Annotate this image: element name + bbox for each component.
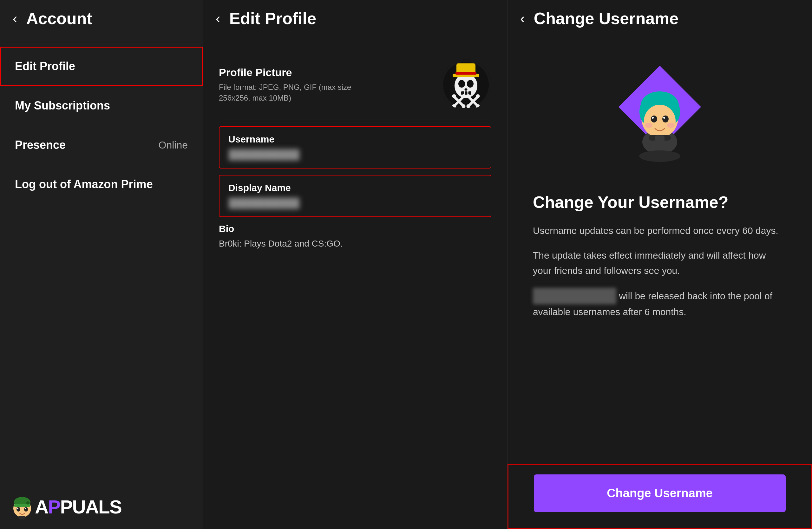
bio-label: Bio <box>219 224 491 234</box>
svg-point-44 <box>26 501 29 504</box>
change-username-heading: Change Your Username? <box>533 192 787 212</box>
svg-point-16 <box>462 94 466 98</box>
svg-point-20 <box>467 94 470 98</box>
account-nav: Edit Profile My Subscriptions Presence O… <box>0 37 203 214</box>
svg-point-14 <box>452 94 456 98</box>
profile-picture-description: File format: JPEG, PNG, GIF (max size 25… <box>219 82 384 103</box>
mascot-area <box>533 56 787 177</box>
change-username-header: ‹ Change Username <box>508 0 812 37</box>
change-desc-3: ████████████ will be released back into … <box>533 288 787 319</box>
profile-picture-info: Profile Picture File format: JPEG, PNG, … <box>219 66 384 103</box>
avatar[interactable] <box>440 59 491 110</box>
change-username-button[interactable]: Change Username <box>534 474 786 512</box>
change-username-button-container: Change Username <box>508 464 812 529</box>
svg-point-17 <box>452 104 456 108</box>
svg-point-22 <box>476 94 480 98</box>
bio-section: Bio Br0ki: Plays Dota2 and CS:GO. <box>219 224 491 249</box>
change-desc-1: Username updates can be performed once e… <box>533 223 787 238</box>
username-label: Username <box>228 134 482 145</box>
display-name-label: Display Name <box>228 183 482 193</box>
display-name-field[interactable]: Display Name ████████████ <box>219 175 491 217</box>
bio-value: Br0ki: Plays Dota2 and CS:GO. <box>219 239 491 249</box>
svg-point-45 <box>16 507 20 512</box>
edit-profile-header: ‹ Edit Profile <box>203 0 507 37</box>
watermark: APPUALS <box>10 494 121 519</box>
change-desc-3-blur: ████████████ <box>533 288 616 304</box>
edit-profile-back-button[interactable]: ‹ <box>216 11 220 25</box>
svg-point-40 <box>639 151 680 162</box>
svg-rect-39 <box>655 135 665 147</box>
nav-item-my-subscriptions[interactable]: My Subscriptions <box>0 86 203 125</box>
change-username-back-button[interactable]: ‹ <box>520 11 525 25</box>
change-username-content: Change Your Username? Username updates c… <box>508 37 812 464</box>
nav-item-edit-profile[interactable]: Edit Profile <box>0 47 203 86</box>
svg-rect-11 <box>455 72 476 75</box>
watermark-text: APPUALS <box>35 496 121 518</box>
username-field[interactable]: Username ████████████ <box>219 126 491 169</box>
svg-point-34 <box>652 117 654 119</box>
account-back-button[interactable]: ‹ <box>13 11 17 25</box>
account-panel: ‹ Account Edit Profile My Subscriptions … <box>0 0 203 529</box>
svg-rect-7 <box>465 91 467 95</box>
svg-point-5 <box>465 88 467 91</box>
nav-item-subscriptions-label: My Subscriptions <box>15 99 110 112</box>
account-panel-title: Account <box>26 9 92 28</box>
svg-rect-8 <box>468 91 472 95</box>
svg-point-46 <box>24 507 28 512</box>
change-desc-2: The update takes effect immediately and … <box>533 248 787 278</box>
svg-point-32 <box>651 115 657 123</box>
svg-rect-6 <box>461 91 464 95</box>
svg-rect-43 <box>14 504 30 507</box>
edit-profile-title: Edit Profile <box>229 9 316 28</box>
svg-rect-49 <box>19 516 25 519</box>
edit-profile-panel: ‹ Edit Profile Profile Picture File form… <box>203 0 508 529</box>
profile-picture-label: Profile Picture <box>219 66 384 79</box>
svg-point-21 <box>476 104 480 108</box>
change-username-panel: ‹ Change Username <box>508 0 812 529</box>
svg-point-23 <box>467 104 470 108</box>
svg-point-4 <box>467 80 474 88</box>
svg-point-37 <box>667 123 675 128</box>
svg-point-47 <box>17 508 18 509</box>
svg-point-3 <box>458 80 465 88</box>
nav-item-amazon-label: Log out of Amazon Prime <box>15 178 153 191</box>
svg-point-48 <box>25 508 26 509</box>
avatar-image <box>440 59 491 110</box>
nav-item-presence-label: Presence <box>15 138 66 152</box>
svg-point-36 <box>645 123 652 128</box>
account-panel-header: ‹ Account <box>0 0 203 37</box>
profile-picture-section: Profile Picture File format: JPEG, PNG, … <box>219 50 491 120</box>
display-name-value: ████████████ <box>228 197 300 210</box>
nav-item-amazon-prime[interactable]: Log out of Amazon Prime <box>0 165 203 204</box>
edit-profile-content: Profile Picture File format: JPEG, PNG, … <box>203 37 507 529</box>
mascot-svg <box>599 56 720 177</box>
nav-item-presence[interactable]: Presence Online <box>0 125 203 165</box>
username-value: ████████████ <box>228 148 300 161</box>
svg-point-33 <box>662 115 669 123</box>
watermark-logo <box>10 494 35 519</box>
svg-point-35 <box>663 117 665 119</box>
presence-status: Online <box>159 139 188 151</box>
svg-point-15 <box>462 104 466 108</box>
nav-item-edit-profile-label: Edit Profile <box>15 60 75 73</box>
svg-point-31 <box>644 105 676 138</box>
change-username-title: Change Username <box>534 9 679 28</box>
